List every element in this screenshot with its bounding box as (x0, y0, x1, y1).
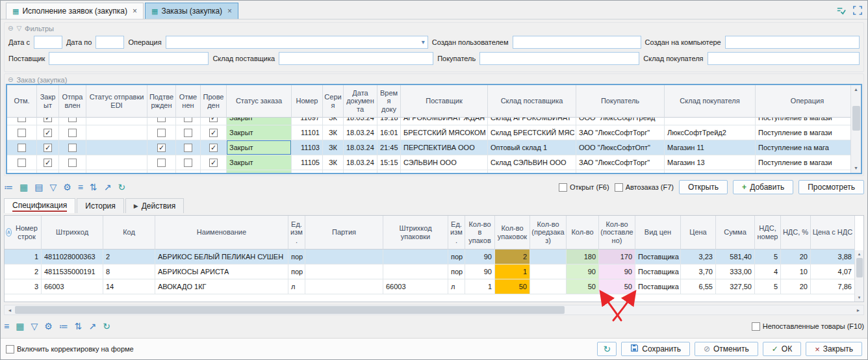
column-header[interactable]: Время доку (377, 85, 401, 118)
qty-delivered-cell[interactable]: 170 (599, 250, 635, 264)
column-header[interactable]: Кол-во (567, 216, 599, 250)
cancelled-checkbox[interactable] (184, 129, 192, 137)
date-to-input[interactable] (96, 36, 124, 49)
marked-checkbox[interactable] (18, 174, 26, 174)
calendar-icon[interactable]: ▤ (34, 183, 43, 192)
column-header[interactable]: Цена с НДС (811, 216, 855, 250)
confirmed-checkbox[interactable] (157, 118, 166, 122)
column-header[interactable]: Подтвержден (147, 85, 176, 118)
operation-select[interactable]: ▾ (166, 36, 428, 49)
scroll-thumb[interactable] (856, 258, 863, 277)
column-header[interactable]: Серия (323, 85, 344, 118)
closed-checkbox[interactable] (44, 159, 52, 167)
order-row[interactable]: Закрыт 11105 ЗК 18.03.24 15:15 СЭЛЬВИН О… (7, 155, 860, 170)
sort-icon[interactable]: ⇅ (90, 183, 97, 192)
tab-ispolnenie-zayavok[interactable]: ▦ Исполнение заявок (закупка) × (6, 3, 144, 19)
numbered-list-icon[interactable]: ≔ (4, 183, 13, 192)
qty-packs-cell[interactable]: 2 (495, 250, 530, 264)
open-button[interactable]: Открыть (679, 180, 728, 194)
order-status-cell[interactable]: Закрыт (227, 140, 292, 155)
column-header[interactable]: Статус заказа (227, 85, 292, 118)
posted-checkbox[interactable] (209, 129, 218, 137)
edi-status-cell[interactable] (86, 155, 147, 170)
view-button[interactable]: Просмотреть (798, 180, 864, 194)
tab-actions[interactable]: ▶ Действия (125, 198, 185, 213)
export-icon[interactable]: ↗ (88, 322, 96, 331)
sent-checkbox[interactable] (68, 174, 77, 174)
filter-icon[interactable]: ▽ (16, 25, 21, 32)
order-status-cell[interactable]: Закрыт (227, 118, 292, 125)
refresh-button[interactable]: ↻ (597, 342, 617, 356)
marked-checkbox[interactable] (18, 144, 26, 152)
scroll-thumb[interactable] (852, 106, 860, 131)
close-tab-icon[interactable]: × (227, 6, 232, 16)
closed-checkbox[interactable] (44, 129, 52, 137)
column-header[interactable]: Отменен (176, 85, 201, 118)
column-header[interactable]: Кол-во (поставлено) (599, 216, 635, 250)
qty-cell[interactable]: 180 (567, 250, 599, 264)
column-header[interactable]: Номер (292, 85, 323, 118)
edi-status-cell[interactable] (86, 118, 147, 125)
scroll-up-icon[interactable]: ▲ (854, 85, 858, 94)
spec-vertical-scrollbar[interactable]: ▲ ▼ (854, 250, 863, 302)
collapse-icon[interactable]: ⊖ (8, 76, 13, 83)
posted-checkbox[interactable] (209, 174, 218, 174)
column-header[interactable]: Сумма (716, 216, 755, 250)
orders-vertical-scrollbar[interactable]: ▲ ▼ (850, 85, 861, 173)
edi-status-cell[interactable] (86, 170, 147, 174)
column-header[interactable]: Операция (756, 85, 860, 118)
marked-checkbox[interactable] (18, 159, 26, 167)
adjustment-checkbox[interactable]: Включить корректировку на форме (6, 345, 134, 354)
fullscreen-icon[interactable] (850, 3, 865, 18)
close-tab-icon[interactable]: × (133, 6, 137, 16)
confirmed-checkbox[interactable] (157, 129, 166, 137)
sent-checkbox[interactable] (68, 118, 77, 122)
column-header[interactable]: Цена (681, 216, 716, 250)
posted-checkbox[interactable] (209, 118, 218, 122)
scroll-thumb[interactable] (15, 306, 565, 314)
created-computer-input[interactable] (725, 36, 860, 49)
closed-checkbox[interactable] (44, 144, 52, 152)
column-header[interactable]: НДС, % (781, 216, 811, 250)
column-header[interactable]: Склад покупателя (665, 85, 756, 118)
refresh-icon[interactable]: ↻ (118, 183, 125, 192)
spec-row-selected[interactable]: 1 4811028000363 2 АБРИКОС БЕЛЫЙ ПЕЛИКАН … (5, 250, 855, 264)
column-header[interactable]: Наименование (155, 216, 288, 250)
list-icon[interactable]: ≡ (4, 322, 9, 331)
column-header[interactable]: Склад поставщика (488, 85, 576, 118)
column-header[interactable]: Поставщик (401, 85, 488, 118)
order-status-cell[interactable]: Закрыт (227, 170, 292, 174)
column-header[interactable]: Кол-во упаковок (495, 216, 530, 250)
qty-cell[interactable]: 50 (567, 279, 599, 294)
qty-delivered-cell[interactable]: 90 (599, 264, 635, 279)
scroll-up-icon[interactable]: ▲ (858, 250, 862, 258)
qty-delivered-cell[interactable]: 50 (599, 279, 635, 294)
filter-icon[interactable]: ▽ (31, 322, 38, 331)
column-header[interactable]: Кол-во (предзаказ) (530, 216, 567, 250)
spec-row[interactable]: 3 66003 14 АВОКАДО 1КГ л 66003 л 1 50 50… (5, 279, 855, 294)
created-user-input[interactable] (513, 36, 641, 49)
add-button[interactable]: + Добавить (733, 180, 793, 194)
close-button[interactable]: × Закрыть (806, 342, 862, 356)
scroll-down-icon[interactable]: ▼ (858, 294, 862, 302)
cancelled-checkbox[interactable] (184, 174, 192, 174)
open-f6-checkbox[interactable]: Открыт (F6) (559, 183, 609, 192)
ok-button[interactable]: ✓ ОК (763, 342, 801, 356)
scroll-down-icon[interactable]: ▼ (854, 164, 858, 173)
column-header[interactable]: Отм. (7, 85, 37, 118)
column-header[interactable]: ∧Номер строк (5, 216, 42, 250)
qty-packs-cell[interactable]: 50 (495, 279, 530, 294)
sent-checkbox[interactable] (68, 159, 77, 167)
undelivered-f10-checkbox[interactable]: Непоставленные товары (F10) (752, 322, 864, 331)
sort-icon[interactable]: ⇅ (75, 322, 83, 331)
column-header[interactable]: Ед. изм. (288, 216, 305, 250)
column-header[interactable]: Закрыт (37, 85, 59, 118)
confirmed-checkbox[interactable] (157, 159, 166, 167)
qty-cell[interactable]: 90 (567, 264, 599, 279)
supplier-input[interactable] (49, 52, 209, 65)
column-header[interactable]: Код (103, 216, 155, 250)
tab-zakazy-zakupka[interactable]: ▦ Заказы (закупка) × (145, 3, 238, 19)
confirmed-checkbox[interactable] (157, 174, 166, 174)
cancelled-checkbox[interactable] (184, 118, 192, 122)
scroll-right-icon[interactable]: ► (853, 308, 863, 313)
